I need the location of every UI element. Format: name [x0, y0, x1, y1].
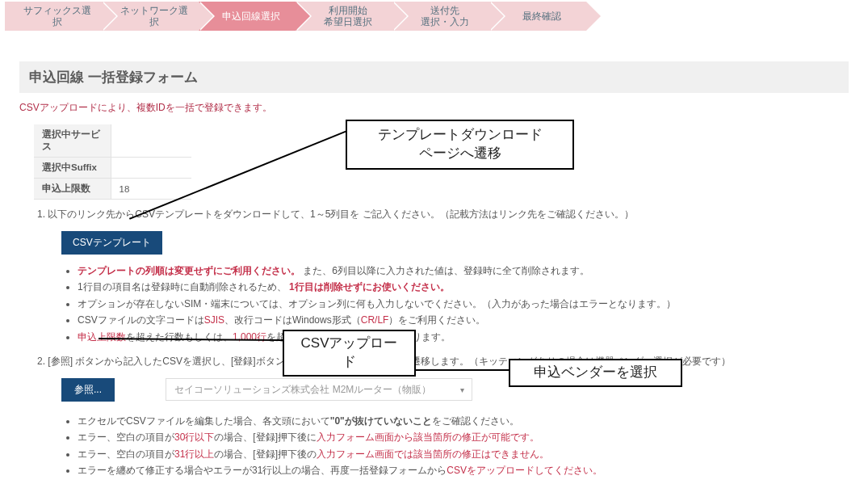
callout-text: 申込ベンダーを選択	[534, 364, 657, 380]
page-subtitle: CSVアップロードにより、複数IDを一括で登録できます。	[19, 101, 849, 115]
step1-text: 1. 以下のリンク先からCSVテンプレートをダウンロードして、1～5列目を ご記…	[37, 208, 855, 221]
note-text: エクセルでCSVファイルを編集した場合、各文頭において	[78, 415, 330, 427]
list-item: 1行目の項目名は登録時に自動削除されるため、 1行目は削除せずにお使いください。	[78, 279, 855, 295]
callout-vendor: 申込ベンダーを選択	[509, 359, 682, 387]
step2-notes: エクセルでCSVファイルを編集した場合、各文頭において"0"が抜けていないことを…	[78, 413, 855, 479]
table-row: 選択中Suffix	[34, 158, 191, 179]
step-label: サフィックス選択	[23, 5, 92, 28]
note-text: をご確認ください。	[432, 415, 519, 427]
step-label: 利用開始 希望日選択	[324, 5, 372, 28]
info-label-suffix: 選択中Suffix	[34, 158, 111, 179]
wizard-steps: サフィックス選択 ネットワーク選択 申込回線選択 利用開始 希望日選択 送付先 …	[0, 0, 868, 37]
step-label: ネットワーク選択	[120, 5, 189, 28]
list-item: テンプレートの列順は変更せずにご利用ください。 また、6列目以降に入力された値は…	[78, 263, 855, 279]
table-row: 選択中サービス	[34, 124, 191, 158]
note-text: SJIS	[204, 314, 224, 326]
list-item: エラー、空白の項目が30行以下の場合、[登録]押下後に入力フォーム画面から該当箇…	[78, 429, 855, 445]
note-text: CR/LF	[361, 314, 389, 326]
browse-button[interactable]: 参照...	[61, 378, 115, 402]
note-text: 31行以上	[174, 448, 214, 460]
callout-text: CSVアップロード	[301, 335, 398, 369]
info-value-service	[111, 124, 191, 158]
callout-upload: CSVアップロード	[283, 330, 416, 377]
callout-text: テンプレートダウンロード ページへ遷移	[378, 127, 543, 161]
page-title: 申込回線 一括登録フォーム	[19, 61, 849, 93]
note-text: 申込上限数	[78, 331, 126, 343]
info-label-limit: 申込上限数	[34, 179, 111, 200]
note-text: また、6列目以降に入力された値は、登録時に全て削除されます。	[303, 265, 589, 276]
note-text: 1行目の項目名は登録時に自動削除されるため、	[78, 281, 287, 293]
step-label: 送付先 選択・入力	[421, 5, 469, 28]
note-text: の場合、[登録]押下後の	[214, 448, 317, 460]
info-value-limit: 18	[111, 179, 191, 200]
list-item: エラー、空白の項目が31行以上の場合、[登録]押下後の入力フォーム画面では該当箇…	[78, 446, 855, 462]
note-text: 、改行コードはWindows形式（	[224, 314, 361, 326]
note-text: オプションが存在しないSIM・端末については、オプション列に何も入力しないでくだ…	[78, 298, 676, 309]
info-label-service: 選択中サービス	[34, 124, 111, 158]
list-item: エラーを纏めて修正する場合やエラーが31行以上の場合、再度一括登録フォームからC…	[78, 462, 855, 478]
step1-notes: テンプレートの列順は変更せずにご利用ください。 また、6列目以降に入力された値は…	[78, 263, 855, 345]
note-text: を超えた行数もしくは、	[126, 331, 233, 343]
main-content: 申込回線 一括登録フォーム CSVアップロードにより、複数IDを一括で登録できま…	[0, 37, 868, 484]
step-suffix[interactable]: サフィックス選択	[5, 2, 102, 31]
note-text: CSVをアップロードしてください。	[447, 465, 602, 476]
table-row: 申込上限数 18	[34, 179, 191, 200]
note-text: エラー、空白の項目が	[78, 448, 174, 460]
step2-text: 2. [参照] ボタンから記入したCSVを選択し、[登録]ボタンを押すと入力フォ…	[37, 355, 855, 368]
vendor-select[interactable]: セイコーソリューションズ株式会社 M2Mルーター（物販）	[166, 378, 472, 401]
info-table: 選択中サービス 選択中Suffix 申込上限数 18	[34, 124, 191, 200]
note-text: 入力フォーム画面では該当箇所の修正はできません。	[317, 448, 549, 460]
note-text: 30行以下	[174, 431, 214, 443]
note-text: ）をご利用ください。	[388, 314, 485, 326]
note-text: "0"が抜けていないこと	[330, 415, 432, 427]
csv-template-button[interactable]: CSVテンプレート	[61, 231, 162, 255]
note-text: エラー、空白の項目が	[78, 431, 174, 443]
note-text: エラーを纏めて修正する場合やエラーが31行以上の場合、再度一括登録フォームから	[78, 465, 447, 476]
note-text: CSVファイルの文字コードは	[78, 314, 204, 326]
note-text: の場合、[登録]押下後に	[214, 431, 317, 443]
note-text: 入力フォーム画面から該当箇所の修正が可能です。	[317, 431, 539, 443]
note-text: 1行目は削除せずにお使いください。	[289, 281, 450, 293]
info-value-suffix	[111, 158, 191, 179]
list-item: CSVファイルの文字コードはSJIS、改行コードはWindows形式（CR/LF…	[78, 312, 855, 328]
step-label: 最終確認	[522, 11, 561, 22]
list-item: オプションが存在しないSIM・端末については、オプション列に何も入力しないでくだ…	[78, 296, 855, 312]
list-item: エクセルでCSVファイルを編集した場合、各文頭において"0"が抜けていないことを…	[78, 413, 855, 429]
step-label: 申込回線選択	[222, 11, 280, 22]
vendor-select-wrap: セイコーソリューションズ株式会社 M2Mルーター（物販） ▾	[166, 378, 472, 401]
callout-template: テンプレートダウンロード ページへ遷移	[346, 120, 574, 170]
list-item: 申込上限数を超えた行数もしくは、1,000行を超えた行数の場合はエラーとなります…	[78, 329, 855, 345]
note-text: テンプレートの列順は変更せずにご利用ください。	[78, 265, 300, 276]
